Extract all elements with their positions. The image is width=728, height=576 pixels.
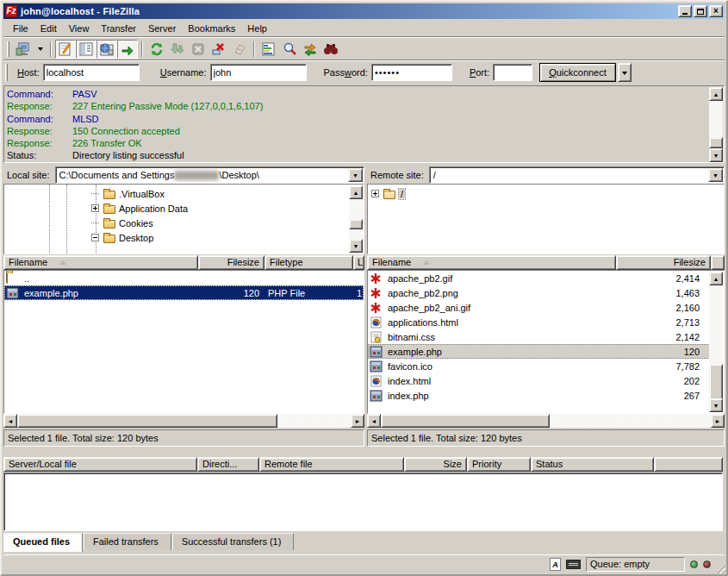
refresh-listing-button[interactable] — [229, 40, 250, 59]
speed-limit-icon[interactable] — [566, 560, 581, 569]
menu-transfer[interactable]: Transfer — [95, 22, 142, 35]
scroll-right-button[interactable]: ► — [351, 414, 364, 428]
combo-dropdown-button[interactable]: ▼ — [348, 168, 363, 182]
scrollbar-thumb[interactable] — [381, 414, 550, 428]
column-filename[interactable]: Filename — [3, 255, 198, 270]
scroll-up-button[interactable]: ▲ — [349, 185, 363, 199]
collapse-icon[interactable] — [91, 234, 99, 241]
synchronized-browsing-button[interactable] — [300, 40, 320, 59]
file-row[interactable]: apache_pb2_ani.gif 2,160 — [368, 300, 710, 315]
tree-item-virtualbox[interactable]: .VirtualBox — [91, 186, 165, 201]
menu-file[interactable]: File — [7, 22, 34, 35]
scroll-up-button[interactable]: ▲ — [709, 87, 723, 101]
quickconnect-button[interactable]: Quickconnect — [539, 63, 616, 82]
column-filename[interactable]: Filename — [367, 255, 616, 270]
log-label: Command: — [7, 88, 72, 100]
toggle-message-log-button[interactable] — [55, 40, 76, 59]
file-row-selected[interactable]: example.php 120 — [368, 344, 710, 359]
column-status[interactable]: Status — [531, 457, 654, 472]
file-row[interactable]: index.php 267 — [368, 388, 710, 403]
menu-edit[interactable]: Edit — [34, 22, 63, 35]
column-server-local-file[interactable]: Server/Local file — [3, 457, 197, 472]
close-button[interactable]: × — [709, 5, 723, 17]
quickconnect-grip[interactable] — [5, 64, 8, 81]
menu-server[interactable]: Server — [142, 22, 182, 35]
file-row-updir[interactable]: .. — [4, 271, 364, 285]
host-input[interactable] — [43, 64, 140, 81]
directory-filter-button[interactable] — [258, 40, 279, 59]
disconnect-button[interactable] — [208, 40, 229, 59]
column-last-modified[interactable]: L — [353, 255, 364, 270]
file-size: 2,713 — [611, 317, 704, 328]
tab-failed-transfers[interactable]: Failed transfers — [84, 533, 171, 550]
local-path-combo[interactable]: C:\Documents and Settings\Desktop\ ▼ — [55, 166, 364, 184]
directory-comparison-button[interactable] — [279, 40, 300, 59]
quickconnect-dropdown-button[interactable] — [618, 63, 632, 82]
file-row[interactable]: favicon.ico 7,782 — [368, 359, 710, 373]
site-manager-button[interactable] — [13, 40, 34, 59]
image-file-icon — [370, 302, 383, 314]
toggle-remote-tree-button[interactable] — [96, 40, 117, 59]
tree-item-application-data[interactable]: Application Data — [91, 201, 188, 216]
combo-dropdown-button[interactable]: ▼ — [708, 168, 723, 182]
menu-bookmarks[interactable]: Bookmarks — [182, 22, 241, 35]
data-type-ascii-icon[interactable]: A — [550, 558, 561, 571]
scroll-down-button[interactable]: ▼ — [709, 398, 723, 412]
column-filesize[interactable]: Filesize — [198, 255, 264, 270]
tab-successful-transfers[interactable]: Successful transfers (1) — [172, 533, 295, 550]
tab-queued-files[interactable]: Queued files — [3, 533, 83, 552]
password-input[interactable] — [371, 64, 452, 81]
file-row[interactable]: index.html 202 — [368, 373, 710, 388]
column-filesize[interactable]: Filesize — [616, 255, 711, 270]
folder-icon — [103, 205, 115, 214]
column-filetype[interactable]: Filetype — [264, 255, 353, 270]
username-input[interactable] — [210, 64, 307, 81]
title-bar[interactable]: Fz john@localhost - FileZilla × — [3, 3, 725, 19]
scroll-down-button[interactable]: ▼ — [349, 239, 363, 253]
column-remote-file[interactable]: Remote file — [259, 457, 404, 472]
tree-item-desktop[interactable]: Desktop — [91, 230, 153, 245]
file-name: index.php — [383, 391, 611, 401]
tree-item-root[interactable]: / — [371, 186, 405, 201]
folder-icon — [103, 191, 115, 199]
tree-stub — [91, 193, 99, 194]
toolbar-grip[interactable] — [7, 41, 9, 57]
cancel-operation-button[interactable] — [188, 40, 208, 59]
file-row[interactable]: apache_pb2.png 1,463 — [368, 285, 710, 300]
maximize-button[interactable] — [694, 5, 707, 17]
scrollbar-thumb[interactable] — [709, 364, 723, 400]
refresh-button[interactable] — [146, 40, 167, 59]
queue-list[interactable] — [3, 473, 723, 531]
column-priority[interactable]: Priority — [467, 457, 531, 472]
scrollbar-thumb[interactable] — [349, 219, 363, 229]
app-icon: Fz — [5, 5, 17, 17]
scroll-left-button[interactable]: ◄ — [367, 414, 381, 428]
scrollbar-thumb[interactable] — [709, 137, 723, 148]
local-file-list: .. example.php 120 PHP File 1 — [3, 270, 364, 414]
toggle-transfer-queue-button[interactable] — [117, 40, 138, 59]
column-size[interactable]: Size — [404, 457, 467, 472]
file-name: apache_pb2.png — [383, 288, 611, 298]
remote-path-combo[interactable]: / ▼ — [429, 166, 725, 184]
tree-item-cookies[interactable]: Cookies — [91, 216, 153, 230]
process-queue-button[interactable] — [167, 40, 188, 59]
menu-view[interactable]: View — [63, 22, 96, 35]
toggle-local-tree-button[interactable] — [76, 40, 96, 59]
scroll-up-button[interactable]: ▲ — [709, 272, 723, 285]
expand-icon[interactable] — [91, 204, 99, 212]
column-direction[interactable]: Directi... — [197, 457, 259, 472]
scroll-right-button[interactable]: ► — [711, 414, 725, 428]
scroll-down-button[interactable]: ▼ — [709, 148, 723, 162]
minimize-button[interactable] — [678, 5, 692, 17]
file-row[interactable]: bitnami.css 2,142 — [368, 329, 710, 344]
port-input[interactable] — [493, 64, 532, 81]
find-files-button[interactable] — [320, 40, 341, 59]
file-row[interactable]: apache_pb2.gif 2,414 — [368, 271, 710, 285]
scrollbar-thumb[interactable] — [17, 414, 277, 428]
scroll-left-button[interactable]: ◄ — [3, 414, 17, 428]
file-row-example-php[interactable]: example.php 120 PHP File 1 — [4, 285, 364, 300]
expand-icon[interactable] — [371, 190, 379, 197]
menu-help[interactable]: Help — [241, 22, 273, 35]
site-manager-dropdown-button[interactable] — [34, 40, 47, 59]
file-row[interactable]: applications.html 2,713 — [368, 315, 710, 329]
